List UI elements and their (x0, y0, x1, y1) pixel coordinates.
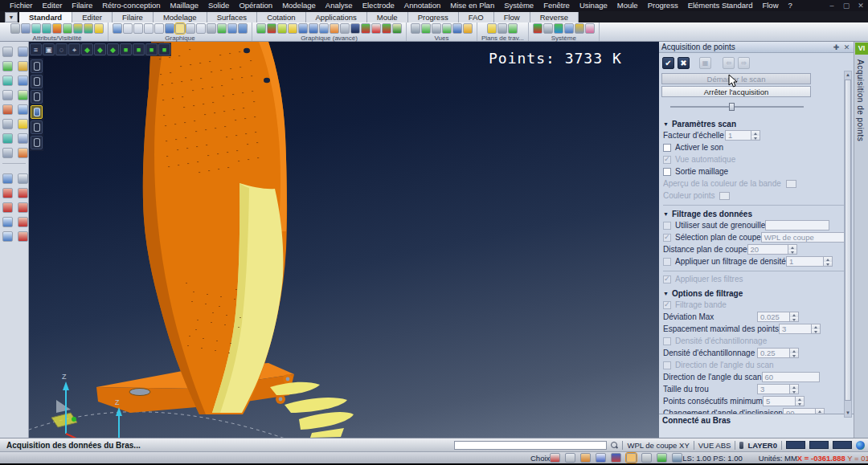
tab-progress[interactable]: Progress (408, 12, 459, 22)
checkbox-densit-d-chantillonnage[interactable] (663, 337, 671, 345)
wpl-add-icon[interactable] (497, 23, 507, 34)
attributes-icon[interactable] (73, 23, 83, 34)
tab-filaire[interactable]: Filaire (113, 12, 154, 22)
spin-down-icon[interactable] (751, 136, 760, 141)
render-active-icon[interactable] (175, 23, 185, 34)
pie-color-icon[interactable] (382, 23, 391, 34)
picture-icon[interactable] (543, 23, 553, 34)
color-swatch[interactable] (719, 192, 730, 200)
visibility-icon[interactable] (10, 23, 20, 34)
spinner-facteur-d-chelle[interactable]: 1 (725, 130, 760, 141)
tab-standard[interactable]: Standard (19, 12, 72, 22)
tab-reverse[interactable]: Reverse (530, 12, 579, 22)
wpl-icon[interactable] (487, 23, 497, 34)
blank-icon[interactable] (94, 23, 104, 34)
sphere-striped-icon[interactable] (392, 23, 402, 34)
regen-solid-icon[interactable] (217, 23, 227, 34)
menu-mise-en-plan[interactable]: Mise en Plan (445, 0, 499, 11)
annotate-icon[interactable] (288, 23, 297, 34)
spinner-points-cons-cutifs-minimum[interactable]: 5 (763, 396, 805, 406)
left-tool-4-icon[interactable] (18, 61, 28, 71)
left-tool-2-icon[interactable] (18, 47, 28, 57)
axis-tool-7-icon[interactable] (2, 217, 13, 227)
spinner-taille-du-trou[interactable]: 3 (757, 384, 799, 394)
axis-tool-4-icon[interactable] (18, 188, 28, 198)
search-icon[interactable] (611, 442, 618, 449)
export-points-icon[interactable]: ⇨ (738, 57, 750, 69)
axis-tool-6-icon[interactable] (18, 202, 28, 213)
spinner-densit-d-chantillonnage[interactable]: 0.25 (757, 348, 799, 358)
checkbox-direction-de-l-angle-du-scan[interactable] (663, 361, 671, 369)
cube-view1-icon[interactable]: ■ (120, 43, 132, 55)
show-entity-icon[interactable] (31, 23, 41, 34)
filter-active-icon[interactable] (626, 453, 637, 463)
spin-down-icon[interactable] (790, 317, 798, 322)
transparent-mode-icon[interactable] (31, 120, 43, 134)
traffic-light-icon[interactable] (267, 23, 276, 34)
display-filter-icon[interactable] (21, 23, 31, 34)
cyl-blue2-icon[interactable] (309, 23, 318, 34)
menu-annotation[interactable]: Annotation (399, 0, 445, 11)
axis-tool-9-icon[interactable] (2, 231, 13, 242)
section-header-filtrage-des-donn-es[interactable]: ▼Filtrage des données (663, 209, 844, 219)
menu-syst-me[interactable]: Système (499, 0, 538, 11)
quick-button-2[interactable] (809, 441, 829, 449)
checkbox-s-lection-plan-de-coupe[interactable] (663, 234, 671, 242)
left-tool-15-icon[interactable] (2, 148, 13, 158)
menu-r-tro-conception[interactable]: Rétro-conception (97, 0, 165, 11)
scroll-up-icon[interactable]: ▲ (845, 71, 851, 79)
help-icon[interactable] (596, 453, 606, 463)
screen-icon[interactable] (238, 23, 248, 34)
left-tool-12-icon[interactable] (18, 119, 28, 129)
menu-analyse[interactable]: Analyse (321, 0, 358, 11)
quick-button-3[interactable] (833, 441, 852, 449)
refresh-green-icon[interactable] (657, 453, 667, 463)
shaded-active-mode-icon[interactable] (31, 105, 43, 119)
checkbox-activer-le-son[interactable] (663, 144, 671, 152)
axis-tool-3-icon[interactable] (2, 188, 13, 198)
tab-editer[interactable]: Editer (72, 12, 113, 22)
screen-settings-icon[interactable] (564, 23, 574, 34)
field-direction-de-l-angle-du-scan[interactable]: 60 (762, 372, 820, 382)
spinner-distance-plan-de-coupe[interactable]: 20 (747, 244, 797, 255)
left-tool-7-icon[interactable] (2, 90, 13, 100)
menu-maillage[interactable]: Maillage (166, 0, 203, 11)
hidden-line-icon[interactable] (133, 23, 143, 34)
spin-down-icon[interactable] (790, 390, 798, 394)
minimize-button[interactable]: – (828, 2, 836, 10)
eraser-icon[interactable] (585, 23, 595, 34)
cube-view2-icon[interactable]: ■ (133, 43, 145, 55)
iso-view2-icon[interactable]: ◆ (94, 43, 106, 55)
wireframe-mode-icon[interactable] (31, 59, 43, 73)
menu-solide[interactable]: Solide (203, 0, 234, 11)
transparency-icon[interactable] (186, 23, 195, 34)
cancel-button[interactable]: ✖ (678, 57, 690, 69)
panel-close-icon[interactable]: ✕ (842, 43, 851, 51)
panel-side-tab[interactable]: Acquisition de points (856, 59, 865, 141)
panel-scrollbar[interactable]: ▲ ▼ (844, 71, 852, 418)
plugins-icon[interactable] (575, 23, 584, 34)
spin-down-icon[interactable] (790, 353, 798, 358)
menu-moule[interactable]: Moule (612, 0, 643, 11)
globe-icon[interactable] (856, 441, 865, 450)
left-tool-10-icon[interactable] (18, 104, 28, 115)
tab-flow[interactable]: Flow (494, 12, 530, 22)
axis-tool-8-icon[interactable] (18, 217, 28, 227)
view-mode-selector[interactable]: VUE ABS (698, 441, 731, 450)
iso-view1-icon[interactable]: ◆ (81, 43, 93, 55)
left-tool-6-icon[interactable] (18, 75, 28, 86)
view-menu-icon[interactable]: ≡ (30, 43, 42, 55)
menu--[interactable]: ? (784, 0, 797, 11)
menu-electrode[interactable]: Electrode (358, 0, 399, 11)
left-tool-3-icon[interactable] (2, 61, 13, 71)
axis-tool-10-icon[interactable] (18, 231, 28, 242)
close-button[interactable]: ✕ (857, 2, 865, 10)
left-tool-1-icon[interactable] (2, 47, 13, 57)
snapshot-icon[interactable]: ▦ (699, 57, 711, 69)
spinner-espacement-maximal-des-points[interactable]: 3 (779, 324, 821, 334)
copy-view-icon[interactable] (227, 23, 237, 34)
menu-fen-tre[interactable]: Fenêtre (538, 0, 575, 11)
view-zoom-icon[interactable] (452, 23, 462, 34)
checkbox-sortie-maillage[interactable] (663, 168, 671, 176)
left-tool-8-icon[interactable] (18, 90, 28, 100)
